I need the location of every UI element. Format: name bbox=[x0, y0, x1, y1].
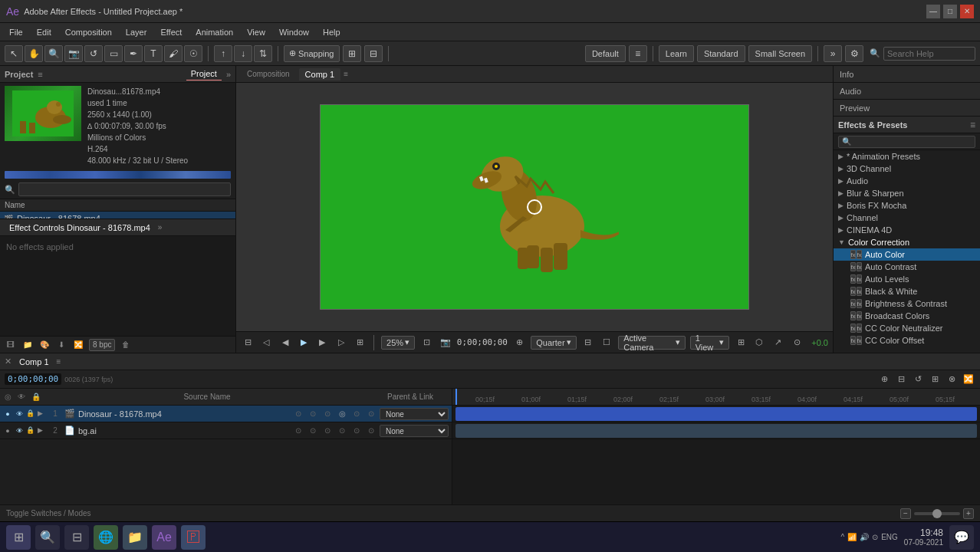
layer2-switch-6[interactable]: ⊙ bbox=[365, 425, 377, 437]
project-search-input[interactable] bbox=[18, 182, 231, 196]
mask-tool[interactable]: ▭ bbox=[104, 45, 123, 62]
zoom-in-btn[interactable]: + bbox=[963, 508, 974, 519]
transfer-btn[interactable]: ⇅ bbox=[254, 45, 272, 62]
audio-panel-collapsed[interactable]: Audio bbox=[834, 83, 980, 100]
layer2-switch-5[interactable]: ⊙ bbox=[350, 425, 363, 437]
hand-tool[interactable]: ✋ bbox=[25, 45, 43, 62]
pen-tool[interactable]: ✒ bbox=[124, 45, 143, 62]
category-blur-sharpen[interactable]: ▶ Blur & Sharpen bbox=[834, 187, 980, 199]
workspace-menu-btn[interactable]: ≡ bbox=[629, 45, 647, 62]
ec-tab-label[interactable]: Effect Controls Dinosaur - 81678.mp4 bbox=[5, 222, 155, 234]
layer2-switch-4[interactable]: ⊙ bbox=[336, 425, 348, 437]
layer1-vis-btn[interactable]: ● bbox=[3, 409, 12, 419]
preview-panel-collapsed[interactable]: Preview bbox=[834, 100, 980, 117]
tl-ctrl-2[interactable]: ⊟ bbox=[894, 373, 908, 386]
menu-edit[interactable]: Edit bbox=[31, 26, 58, 38]
viewer-step-fwd-btn[interactable]: ▶ bbox=[315, 336, 329, 350]
quality-dropdown[interactable]: Quarter ▾ bbox=[531, 336, 576, 350]
layer1-switch-6[interactable]: ⊙ bbox=[365, 408, 377, 420]
effect-auto-levels[interactable]: fx fx Auto Levels bbox=[834, 273, 980, 285]
effect-cc-color-offset[interactable]: fx fx CC Color Offset bbox=[834, 334, 980, 347]
zoom-out-btn[interactable]: − bbox=[900, 508, 911, 519]
effects-menu-btn[interactable]: ≡ bbox=[970, 120, 975, 130]
camera-dropdown[interactable]: Active Camera ▾ bbox=[618, 336, 685, 350]
minimize-button[interactable]: — bbox=[926, 5, 940, 18]
viewer-tab-menu-btn[interactable]: ≡ bbox=[344, 70, 348, 78]
viewer-3d-btn[interactable]: ☐ bbox=[600, 336, 613, 350]
workspace-default-btn[interactable]: Default bbox=[585, 45, 626, 62]
viewer-grid-btn[interactable]: ⊞ bbox=[734, 336, 748, 350]
icon-btn-4[interactable]: ⬇ bbox=[55, 339, 67, 351]
timeline-close-btn[interactable]: ✕ bbox=[5, 356, 12, 366]
timeline-timecode[interactable]: 0;00;00;00 bbox=[5, 373, 61, 385]
viewer-toggle-btn[interactable]: ⊟ bbox=[581, 336, 595, 350]
layer2-vis-btn[interactable]: ● bbox=[3, 426, 12, 435]
layer2-parent-dropdown[interactable]: None bbox=[380, 425, 449, 437]
viewer-to-start-btn[interactable]: ⊟ bbox=[241, 336, 255, 350]
new-comp-btn[interactable]: 🎞 bbox=[5, 339, 17, 351]
effect-cc-color-neutralizer[interactable]: fx fx CC Color Neutralizer bbox=[834, 322, 980, 334]
viewer-play-btn[interactable]: ▶ bbox=[297, 336, 311, 350]
layer2-switch-3[interactable]: ⊙ bbox=[321, 425, 334, 437]
learn-btn[interactable]: Learn bbox=[659, 45, 694, 62]
menu-view[interactable]: View bbox=[241, 26, 271, 38]
delete-btn[interactable]: 🗑 bbox=[120, 339, 132, 351]
camera-tool[interactable]: 📷 bbox=[64, 45, 83, 62]
layer2-switch-1[interactable]: ⊙ bbox=[292, 425, 304, 437]
category-boris[interactable]: ▶ Boris FX Mocha bbox=[834, 199, 980, 212]
icon-btn-5[interactable]: 🔀 bbox=[72, 339, 84, 351]
taskbar-search-btn[interactable]: 🔍 bbox=[35, 525, 60, 550]
tl-ctrl-5[interactable]: ⊗ bbox=[945, 373, 959, 386]
category-anim-presets[interactable]: ▶ * Animation Presets bbox=[834, 150, 980, 163]
layer1-lock-btn[interactable]: 🔒 bbox=[26, 409, 35, 419]
layer-row-2[interactable]: ● 👁 🔒 ▶ 2 📄 bg.ai ⊙ ⊙ ⊙ ⊙ ⊙ ⊙ None bbox=[0, 422, 452, 439]
viewer-render-btn[interactable]: ⬡ bbox=[752, 336, 766, 350]
views-dropdown[interactable]: 1 View ▾ bbox=[690, 336, 729, 350]
menu-composition[interactable]: Composition bbox=[59, 26, 118, 38]
ec-arrow-btn[interactable]: » bbox=[158, 223, 163, 232]
text-tool[interactable]: T bbox=[144, 45, 163, 62]
effects-search-input[interactable] bbox=[853, 137, 972, 146]
menu-help[interactable]: Help bbox=[317, 26, 347, 38]
timeline-tab-menu-btn[interactable]: ≡ bbox=[57, 357, 61, 366]
toggle-switches-btn[interactable]: Toggle Switches / Modes bbox=[6, 509, 91, 518]
layer1-switch-3[interactable]: ⊙ bbox=[321, 408, 334, 420]
timeline-comp-tab[interactable]: Comp 1 bbox=[15, 356, 54, 368]
folder-btn[interactable]: 📁 bbox=[21, 339, 34, 351]
info-panel-collapsed[interactable]: Info bbox=[834, 66, 980, 83]
taskbar-browser-btn[interactable]: 🌐 bbox=[94, 525, 118, 550]
taskbar-notification-btn[interactable]: 💬 bbox=[949, 525, 974, 550]
taskbar-apps-btn[interactable]: ⊟ bbox=[64, 525, 89, 550]
effect-brightness-contrast[interactable]: fx fx Brightness & Contrast bbox=[834, 297, 980, 310]
layer1-switch-5[interactable]: ⊙ bbox=[350, 408, 363, 420]
settings-btn[interactable]: ⚙ bbox=[845, 45, 863, 62]
viewer-fit-btn[interactable]: ⊡ bbox=[419, 336, 433, 350]
layer2-eye-btn[interactable]: 👁 bbox=[15, 426, 24, 435]
menu-animation[interactable]: Animation bbox=[189, 26, 239, 38]
viewer-color-sample-btn[interactable]: ⊕ bbox=[512, 336, 526, 350]
playhead[interactable] bbox=[455, 389, 457, 405]
project-item-video[interactable]: 🎬 Dinosaur - 81678.mp4 bbox=[0, 212, 235, 219]
sys-tray-arrow[interactable]: ^ bbox=[840, 533, 844, 541]
selection-tool[interactable]: ↖ bbox=[5, 45, 23, 62]
layer1-parent-dropdown[interactable]: None bbox=[380, 408, 449, 420]
layer1-eye-btn[interactable]: 👁 bbox=[15, 409, 24, 419]
puppet-tool[interactable]: ☉ bbox=[184, 45, 202, 62]
output-btn[interactable]: ↓ bbox=[234, 45, 252, 62]
viewer-step-back-btn[interactable]: ◀ bbox=[278, 336, 292, 350]
category-audio[interactable]: ▶ Audio bbox=[834, 175, 980, 187]
bpc-badge[interactable]: 8 bpc bbox=[89, 339, 115, 351]
zoom-dropdown[interactable]: 25% ▾ bbox=[381, 336, 415, 350]
layer-row-1[interactable]: ● 👁 🔒 ▶ 1 🎬 Dinosaur - 81678.mp4 ⊙ ⊙ ⊙ ◎… bbox=[0, 406, 452, 422]
small-screen-btn[interactable]: Small Screen bbox=[748, 45, 812, 62]
tl-ctrl-3[interactable]: ↺ bbox=[911, 373, 925, 386]
project-panel-menu-btn[interactable]: » bbox=[226, 70, 231, 79]
tl-ctrl-1[interactable]: ⊕ bbox=[877, 373, 891, 386]
viewer-to-end-btn[interactable]: ⊞ bbox=[353, 336, 367, 350]
viewer-export-btn[interactable]: ↗ bbox=[771, 336, 785, 350]
layer1-switch-4[interactable]: ◎ bbox=[336, 408, 348, 420]
menu-window[interactable]: Window bbox=[273, 26, 315, 38]
layer2-collapse-btn[interactable]: ▶ bbox=[38, 426, 47, 435]
snapping-button[interactable]: ⊕ Snapping bbox=[284, 45, 340, 62]
search-help-input[interactable] bbox=[883, 47, 975, 61]
